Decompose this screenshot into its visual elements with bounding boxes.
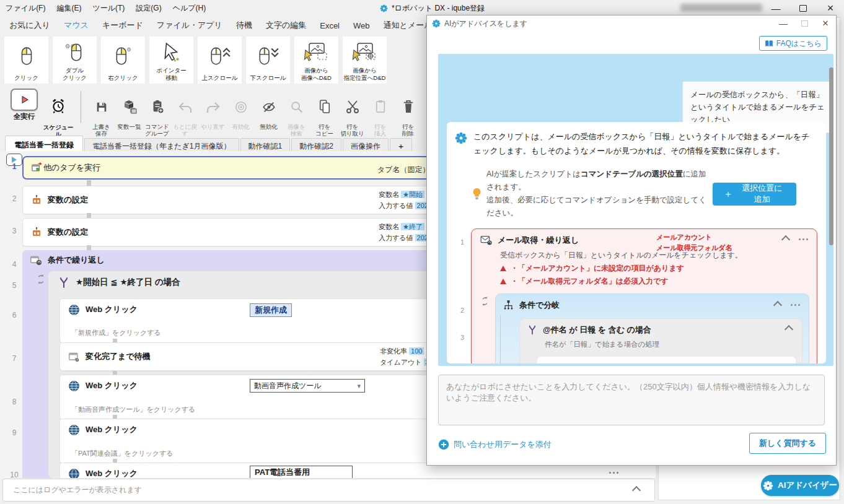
ribbon-tab-text-edit[interactable]: 文字の編集: [259, 20, 313, 31]
warning-icon: [500, 279, 506, 284]
collapse-icon[interactable]: [773, 300, 782, 309]
ribbon-tab-keyboard[interactable]: キーボード: [95, 20, 150, 31]
ribbon-tab-file-app[interactable]: ファイル・アプリ: [150, 20, 229, 31]
menu-help[interactable]: ヘルプ(H): [167, 3, 212, 14]
ai-response: このスクリプトは、メールの受信ボックスから「日報」というタイトルで始まるメールを…: [447, 122, 826, 363]
ribbon-tab-favorites[interactable]: お気に入り: [2, 20, 57, 31]
warning-message: ・「メール取得元フォルダ名」は必須入力です: [500, 276, 809, 287]
menu-settings[interactable]: 設定(G): [130, 3, 167, 14]
menu-edit[interactable]: 編集(E): [51, 3, 87, 14]
command-title: アラート: [553, 362, 580, 364]
more-icon[interactable]: [609, 472, 618, 474]
ribbon-tab-web[interactable]: Web: [346, 21, 377, 30]
book-icon: [765, 40, 773, 48]
svg-text:⚙: ⚙: [126, 46, 131, 52]
plus-icon: ＋: [723, 188, 732, 200]
preview-alert-row[interactable]: アラート メッセージ 「日報」というタイ: [537, 357, 796, 364]
variable-list-button[interactable]: 変数一覧: [115, 89, 143, 130]
variable-list-icon: [115, 95, 143, 114]
run-all-button[interactable]: 全実行: [7, 89, 41, 121]
tool-scroll-up[interactable]: 上スクロール: [198, 37, 242, 84]
ribbon-tab-excel[interactable]: Excel: [313, 21, 346, 30]
target-select[interactable]: 動画音声作成ツール ▾: [250, 379, 365, 393]
row-number: 5: [7, 281, 21, 290]
minimize-button[interactable]: —: [762, 0, 789, 16]
row-number: 8: [7, 398, 21, 406]
warning-message: ・「メールアカウント」に未設定の項目があります: [500, 263, 809, 274]
app-gear-icon: [380, 4, 388, 12]
app-window: ファイル(F) 編集(E) ツール(T) 設定(G) ヘルプ(H) *ロボパット…: [0, 0, 844, 504]
chat-scrollbar[interactable]: [829, 67, 833, 245]
more-icon[interactable]: [799, 238, 808, 240]
collapse-icon[interactable]: [781, 235, 790, 243]
web-globe-icon: [68, 468, 80, 478]
close-button[interactable]: ×: [817, 0, 844, 16]
command-description: 「PAT関連会議」をクリックする: [71, 449, 174, 458]
target-image-chip[interactable]: PAT電話当番用: [250, 466, 353, 478]
script-preview: 1 2 3 4 メール取得・繰り返し メールアカウント メール取得元フォルダ名: [455, 228, 817, 364]
faq-button[interactable]: FAQはこちら: [759, 36, 827, 51]
image-position-dnd-icon: [351, 37, 379, 67]
minimize-button[interactable]: —: [773, 15, 794, 32]
save-button[interactable]: 上書き 保存: [87, 89, 115, 137]
ribbon-tab-mouse[interactable]: マウス: [57, 20, 95, 31]
menu-tools[interactable]: ツール(T): [87, 3, 130, 14]
tool-image-to-position-dnd[interactable]: 画像から 指定位置へD&D: [343, 37, 387, 84]
ai-prompt-input[interactable]: [438, 375, 825, 425]
tool-click[interactable]: クリック: [4, 37, 48, 84]
trash-icon: [394, 95, 422, 114]
copy-row-button[interactable]: 行を コピー: [310, 89, 338, 137]
maximize-button: [794, 15, 815, 32]
mouse-double-click-icon: ⚙⚙: [64, 37, 86, 67]
collapse-icon[interactable]: [632, 485, 641, 494]
mouse-click-icon: [17, 37, 36, 74]
web-globe-icon: [68, 380, 80, 392]
toolbar-separator: [81, 91, 81, 123]
variable-box-icon: [31, 194, 42, 206]
tool-right-click[interactable]: ⚙ 右クリック: [101, 37, 145, 84]
new-question-button[interactable]: 新しく質問する: [749, 433, 826, 454]
tool-pointer-move[interactable]: ポインター 移動: [149, 37, 193, 84]
ribbon-tab-wait[interactable]: 待機: [229, 20, 259, 31]
mail-icon: [480, 235, 492, 245]
row-number: 9: [7, 428, 21, 437]
branch-tree-icon: [503, 300, 514, 310]
tool-scroll-down[interactable]: 下スクロール: [246, 37, 290, 84]
mouse-scroll-up-icon: [208, 37, 232, 74]
command-options: 変数名 ★開始 入力する値 202: [379, 189, 430, 211]
target-image-chip[interactable]: 新規作成: [250, 303, 292, 317]
attach-data-link[interactable]: 問い合わせ用データを添付: [438, 439, 552, 450]
collapse-icon[interactable]: [785, 325, 793, 334]
row-number: 3: [7, 227, 21, 235]
option-value: ★終了: [401, 223, 424, 230]
row-number: 10: [7, 471, 21, 478]
tool-double-click[interactable]: ⚙⚙ ダブル クリック: [53, 37, 97, 84]
preview-mail-loop-row[interactable]: メール取得・繰り返し メールアカウント メール取得元フォルダ名 受信ボックスから…: [471, 228, 817, 364]
insert-row-button: 行を 挿入: [366, 89, 394, 137]
search-icon: [283, 95, 310, 114]
web-globe-icon: [68, 304, 80, 316]
save-icon: [87, 95, 115, 114]
preview-condition-container[interactable]: @件名 が 日報 を 含む の場合 件名が「日報」で始まる場合の処理 アラート: [519, 318, 802, 364]
preview-branch-container[interactable]: 条件で分岐 @件名 が 日報 を 含む の場合 件名が「日: [495, 293, 809, 364]
menu-file[interactable]: ファイル(F): [0, 3, 51, 14]
chevron-down-icon: ▾: [357, 382, 361, 390]
cut-row-button[interactable]: 行を 切り取り: [338, 89, 366, 137]
command-row-condition[interactable]: ★開始日 ≦ ★終了日 の場合: [58, 276, 180, 289]
delete-row-button[interactable]: 行を 削除: [394, 89, 422, 137]
window-controls: — ×: [762, 0, 844, 16]
ai-advisor-button[interactable]: AIアドバイザー: [761, 475, 839, 496]
add-to-position-button[interactable]: ＋ 選択位置に追加: [713, 183, 796, 206]
tool-image-to-image-dnd[interactable]: 画像から 画像へD&D: [294, 37, 338, 84]
branch-y-icon: [527, 324, 537, 335]
disable-button[interactable]: 無効化: [255, 89, 283, 130]
command-description: 「動画音声作成ツール」をクリックする: [71, 405, 195, 414]
ribbon-tools: クリック ⚙⚙ ダブル クリック ⚙ 右クリック ポインター 移動 上スクロール…: [4, 37, 387, 84]
close-button[interactable]: ×: [815, 15, 836, 32]
restore-button[interactable]: [789, 0, 817, 16]
command-title: 他のタブを実行: [43, 162, 100, 173]
row-number: 2: [7, 194, 21, 203]
preview-row-number: 1: [457, 238, 467, 246]
log-bar[interactable]: ここにはログやエラーが表示されます: [2, 479, 655, 502]
more-icon[interactable]: [791, 304, 800, 306]
